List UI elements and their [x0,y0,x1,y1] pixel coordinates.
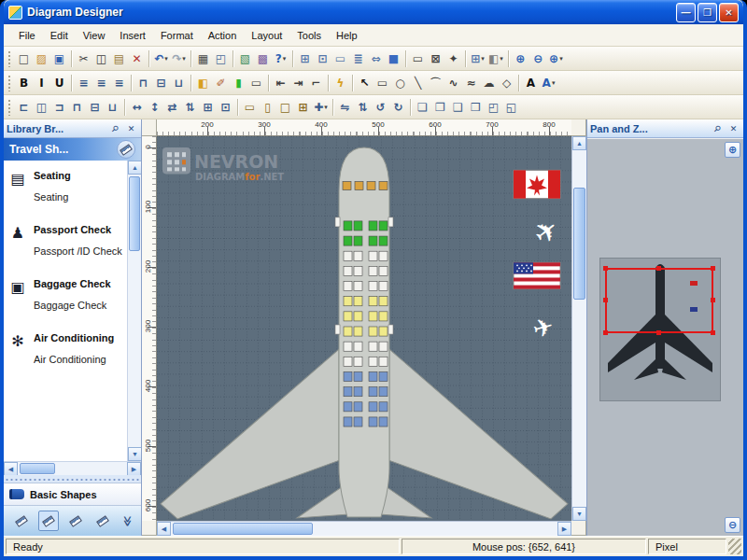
library-item-seating[interactable]: ▤SeatingSeating [4,161,127,215]
make-same-width-button[interactable]: ▭ [241,98,259,116]
chevrons-icon[interactable]: ≫ [122,515,134,526]
page-color-button[interactable]: ■ [385,49,402,67]
save-document-button[interactable]: ▣ [50,49,68,67]
library-item-baggage-check[interactable]: ▣Baggage CheckBaggage Check [4,269,127,323]
flip-vertical-button[interactable]: ⇅ [354,98,372,116]
resize-to-fit-button[interactable]: ⇔ [367,49,385,67]
seat[interactable] [344,417,352,427]
zoom-out-button[interactable]: ⊖ [529,49,547,67]
seat[interactable] [379,402,388,412]
close-button[interactable]: ✕ [719,3,739,22]
library-close-button[interactable]: ✕ [124,122,138,135]
canvas-vertical-scrollbar[interactable]: ▲ ▼ [571,136,586,521]
seat[interactable] [379,282,388,291]
pan-preview[interactable] [600,259,720,400]
show-rulers-button[interactable]: ▭ [331,49,349,67]
scroll-down-button[interactable]: ▼ [572,507,586,521]
bold-button[interactable]: B [15,74,33,91]
library-vertical-scrollbar[interactable]: ▲ ▼ [127,161,141,461]
seat[interactable] [379,266,388,275]
valign-middle-button[interactable]: ⊟ [152,74,170,91]
menu-tools[interactable]: Tools [289,27,329,44]
center-horizontally-button[interactable]: ⊞ [199,98,217,116]
zoom-marquee-button[interactable]: ⊠ [427,49,444,67]
seat[interactable] [369,342,377,351]
text-frame-button[interactable]: ▭ [247,74,265,91]
travel-shapes-header[interactable]: Travel Sh... [4,138,141,161]
seat[interactable] [369,357,377,366]
ungroup-button[interactable]: ◱ [502,98,520,116]
menu-help[interactable]: Help [329,27,365,44]
seat[interactable] [354,417,362,427]
library-item-air-conditioning[interactable]: ✻Air ConditioningAir Conditioning [4,323,127,377]
distribute-vertically-button[interactable]: ↕ [146,98,163,116]
resize-handle[interactable] [603,330,608,335]
seat[interactable] [344,357,352,366]
align-left-edges-button[interactable]: ⊏ [15,98,33,116]
format-painter-button[interactable]: ϟ [331,74,349,91]
resize-handle[interactable] [711,330,715,335]
shape-library-button-4[interactable] [92,511,113,531]
seat[interactable] [369,417,377,427]
align-right-edges-button[interactable]: ⊐ [50,98,68,116]
print-preview-button[interactable]: ◰ [212,49,230,67]
menu-insert[interactable]: Insert [112,27,153,44]
align-centers-horizontal-button[interactable]: ◫ [33,98,50,116]
copy-button[interactable]: ◫ [92,49,110,67]
resize-handle[interactable] [656,330,661,335]
seat[interactable] [344,221,352,231]
menu-file[interactable]: File [11,27,43,44]
shape-library-button-3[interactable] [65,511,86,531]
seat[interactable] [379,327,388,336]
library-horizontal-scrollbar[interactable]: ◀ ▶ [4,461,141,475]
resize-handle[interactable] [711,298,715,302]
show-guidelines-button[interactable]: ≣ [349,49,367,67]
end-arrowhead-button[interactable]: ⇥ [289,74,307,91]
snap-to-grid-button[interactable]: ⊡ [314,49,331,67]
seat[interactable] [369,371,377,381]
send-backward-button[interactable]: ❒ [467,98,485,116]
help-button[interactable]: ?▾ [272,49,289,67]
rectangle-tool-button[interactable]: ▭ [374,74,391,91]
valign-top-button[interactable]: ⊓ [134,74,152,91]
basic-shapes-section[interactable]: Basic Shapes [4,483,141,506]
group-button[interactable]: ◰ [485,98,502,116]
seat[interactable] [354,387,362,397]
delete-button[interactable]: ✕ [128,49,146,67]
seat[interactable] [344,327,352,336]
seat[interactable] [379,312,388,321]
seat[interactable] [369,327,377,336]
seat[interactable] [369,221,377,231]
seat[interactable] [369,236,377,245]
scroll-left-button[interactable]: ◀ [4,462,18,476]
seat[interactable] [344,387,352,397]
redo-button[interactable]: ↷▾ [170,49,188,67]
scribble-tool-button[interactable]: ≈ [462,74,480,91]
canada-flag[interactable] [514,170,560,198]
highlight-color-button[interactable]: ▮ [230,74,247,91]
nudge-button[interactable]: ✚▾ [312,98,330,116]
pan-close-button[interactable]: ✕ [726,122,740,135]
begin-arrowhead-button[interactable]: ⇤ [272,74,289,91]
seat[interactable] [369,312,377,321]
seat[interactable] [354,297,362,306]
seat[interactable] [354,236,362,245]
titlebar[interactable]: Diagram Designer — ❐ ✕ [4,0,743,24]
seat[interactable] [379,251,388,260]
toolbar-grip[interactable] [7,50,11,67]
seat[interactable] [344,251,352,260]
text-tool-button[interactable]: A [522,74,540,91]
pan-pin-button[interactable]: ⚲ [711,122,725,135]
italic-button[interactable]: I [33,74,50,91]
closed-curve-tool-button[interactable]: ☁ [480,74,498,91]
menu-action[interactable]: Action [201,27,245,44]
resize-handle[interactable] [603,266,608,271]
line-tool-button[interactable]: ╲ [409,74,427,91]
resize-handle[interactable] [603,298,608,302]
minimize-button[interactable]: — [676,3,696,22]
seat[interactable] [379,387,388,397]
center-vertically-button[interactable]: ⊡ [217,98,234,116]
page-fill-button[interactable]: ◧▾ [486,49,505,67]
arc-tool-button[interactable]: ⌒ [427,74,444,91]
scroll-up-button[interactable]: ▲ [572,136,586,150]
